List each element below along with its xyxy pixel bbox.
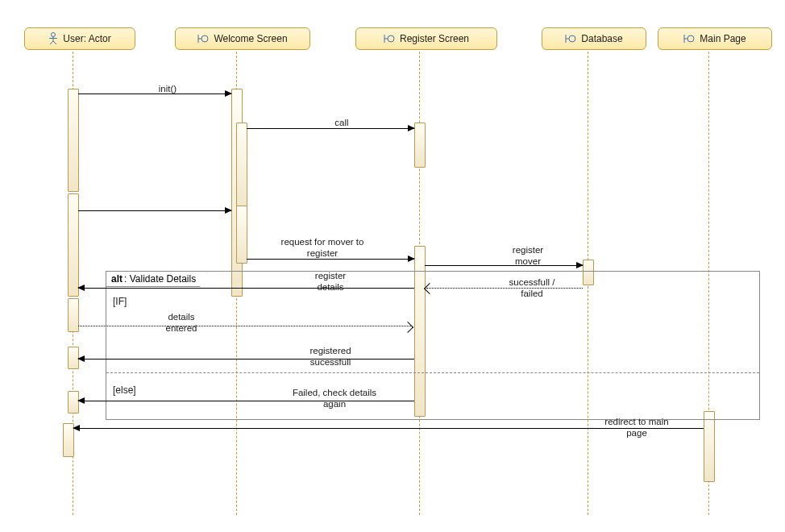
participant-label: Welcome Screen [214, 33, 287, 44]
svg-point-16 [687, 35, 694, 42]
guard-else: [else] [113, 384, 136, 396]
svg-line-4 [53, 41, 56, 44]
activation [414, 123, 426, 168]
message-arrow [247, 128, 414, 129]
message-arrow [78, 359, 414, 360]
svg-line-3 [50, 41, 53, 44]
participant-register: Register Screen [355, 27, 497, 50]
message-arrow [247, 259, 414, 260]
fragment-divider [106, 372, 759, 373]
activation [68, 193, 79, 297]
participant-main: Main Page [658, 27, 772, 50]
participant-label: Main Page [700, 33, 746, 44]
guard-if: [IF] [113, 296, 127, 307]
message-arrow [73, 428, 704, 429]
message-label: request for mover toregister [250, 236, 395, 260]
fragment-alt: alt: Validate Details [IF] [else] [106, 271, 760, 420]
message-arrow [425, 265, 583, 266]
participant-database: Database [542, 27, 646, 50]
participant-welcome: Welcome Screen [175, 27, 310, 50]
boundary-icon [565, 34, 576, 44]
participant-user: User: Actor [24, 27, 135, 50]
activation [236, 123, 247, 211]
svg-point-7 [201, 35, 208, 42]
message-arrow [78, 288, 414, 289]
svg-point-13 [569, 35, 575, 42]
message-arrow [78, 326, 411, 326]
message-arrow [78, 401, 414, 401]
participant-label: Register Screen [400, 33, 469, 44]
message-label: detailsentered [129, 311, 234, 335]
boundary-icon [197, 34, 209, 44]
boundary-icon [384, 34, 395, 44]
message-arrow [78, 210, 231, 211]
message-label: Failed, check detailsagain [242, 387, 427, 410]
svg-point-10 [388, 35, 394, 42]
message-label: registermover [463, 244, 592, 268]
activation [236, 206, 247, 264]
message-arrow [426, 288, 583, 289]
activation [68, 298, 79, 332]
message-label: registeredsucessfull [258, 345, 403, 368]
participant-label: Database [581, 33, 622, 44]
activation [68, 89, 79, 192]
boundary-icon [683, 34, 695, 44]
participant-label: User: Actor [63, 33, 110, 44]
fragment-tab: alt: Validate Details [106, 271, 208, 287]
sequence-diagram: User: Actor Welcome Screen Register Scre… [0, 0, 785, 532]
svg-point-0 [52, 33, 56, 37]
actor-icon [48, 32, 58, 45]
message-label: registerdetails [262, 270, 399, 293]
message-label: call [290, 117, 393, 128]
message-arrow [78, 94, 231, 94]
